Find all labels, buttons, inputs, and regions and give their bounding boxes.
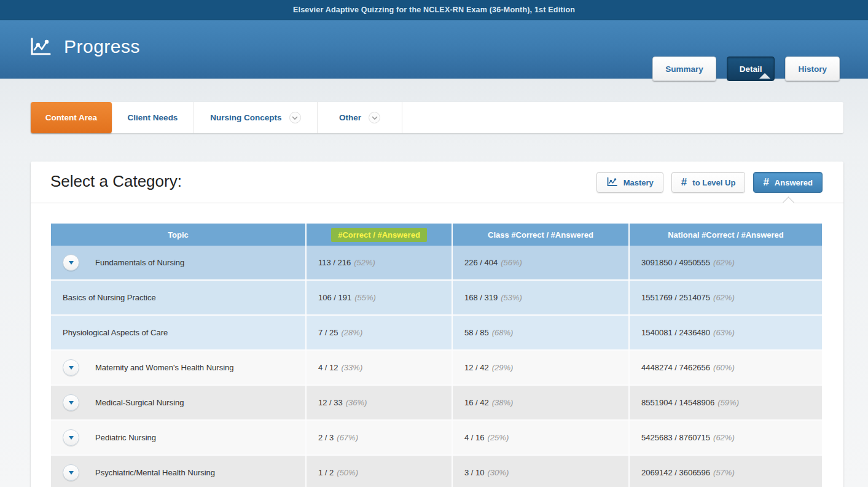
- chevron-down-icon: [289, 112, 301, 123]
- panel-divider: [31, 203, 843, 203]
- expand-row-button[interactable]: [63, 429, 79, 446]
- hash-icon: #: [763, 176, 768, 189]
- table-row: Maternity and Women's Health Nursing 4 /…: [51, 351, 822, 386]
- topic-label: Physiological Aspects of Care: [63, 328, 168, 337]
- tab-label: Content Area: [45, 113, 97, 122]
- topic-cell: Maternity and Women's Health Nursing: [51, 351, 307, 384]
- class-cell: 16 / 42(38%): [453, 386, 630, 419]
- category-tabs: Content Area Client Needs Nursing Concep…: [31, 102, 843, 133]
- table-row: Fundamentals of Nursing 113 / 216(52%) 2…: [51, 246, 822, 281]
- tab-label: Nursing Concepts: [210, 113, 281, 122]
- tab-content-area[interactable]: Content Area: [31, 102, 112, 133]
- caret-down-icon: [69, 471, 74, 475]
- class-cell: 12 / 42(29%): [453, 351, 630, 384]
- tab-nursing-concepts[interactable]: Nursing Concepts: [194, 102, 318, 133]
- header-nav: Summary Detail History: [652, 56, 840, 81]
- highlighted-column-badge: #Correct / #Answered: [331, 228, 427, 242]
- class-cell: 4 / 16(25%): [453, 421, 630, 454]
- table-row: Pediatric Nursing 2 / 3(67%) 4 / 16(25%)…: [51, 421, 822, 456]
- caret-down-icon: [69, 261, 74, 265]
- page-title-group: Progress: [29, 36, 140, 57]
- top-bar: Elsevier Adaptive Quizzing for the NCLEX…: [0, 0, 868, 20]
- caret-down-icon: [69, 401, 74, 405]
- answered-button[interactable]: # Answered: [753, 172, 823, 193]
- page-title: Progress: [64, 36, 140, 57]
- table-row: Physiological Aspects of Care 7 / 25(28%…: [51, 316, 822, 351]
- caret-down-icon: [69, 436, 74, 440]
- topic-label: Basics of Nursing Practice: [63, 293, 156, 302]
- topic-cell: Medical-Surgical Nursing: [51, 386, 307, 419]
- topic-label: Psychiatric/Mental Health Nursing: [95, 468, 215, 477]
- table-header-row: Topic #Correct / #Answered Class #Correc…: [51, 224, 822, 246]
- chevron-down-icon: [369, 112, 380, 123]
- class-cell: 58 / 85(68%): [453, 316, 630, 349]
- expand-row-button[interactable]: [63, 359, 79, 376]
- correct-cell: 113 / 216(52%): [307, 246, 453, 279]
- tab-label: Other: [339, 113, 361, 122]
- history-button[interactable]: History: [785, 56, 840, 81]
- national-cell: 1551769 / 2514075(62%): [630, 281, 822, 314]
- hash-icon: #: [681, 176, 687, 189]
- topic-label: Pediatric Nursing: [95, 433, 156, 442]
- national-cell: 2069142 / 3606596(57%): [630, 456, 822, 487]
- panel-title: Select a Category:: [50, 172, 182, 191]
- app-header: Progress Summary Detail History: [0, 20, 868, 79]
- correct-cell: 2 / 3(67%): [307, 421, 453, 454]
- topic-cell: Fundamentals of Nursing: [51, 246, 307, 279]
- correct-cell: 1 / 2(50%): [307, 456, 453, 487]
- table-row: Basics of Nursing Practice 106 / 191(55%…: [51, 281, 822, 316]
- topic-cell: Basics of Nursing Practice: [51, 281, 307, 314]
- progress-table: Topic #Correct / #Answered Class #Correc…: [51, 224, 822, 487]
- expand-row-button[interactable]: [63, 394, 79, 411]
- topic-cell: Physiological Aspects of Care: [51, 316, 307, 349]
- national-cell: 8551904 / 14548906(59%): [630, 386, 822, 419]
- national-cell: 3091850 / 4950555(62%): [630, 246, 822, 279]
- table-row: Medical-Surgical Nursing 12 / 33(36%) 16…: [51, 386, 822, 421]
- answered-label: Answered: [775, 178, 813, 187]
- class-cell: 3 / 10(30%): [453, 456, 630, 487]
- detail-active-caret-icon: [759, 73, 770, 79]
- caret-down-icon: [69, 366, 74, 370]
- category-panel: Select a Category: Mastery # to Level Up: [31, 162, 843, 487]
- national-cell: 5425683 / 8760715(62%): [630, 421, 822, 454]
- national-cell: 1540081 / 2436480(63%): [630, 316, 822, 349]
- topic-label: Medical-Surgical Nursing: [95, 398, 184, 407]
- class-cell: 168 / 319(53%): [453, 281, 630, 314]
- topic-label: Fundamentals of Nursing: [95, 258, 184, 267]
- topic-label: Maternity and Women's Health Nursing: [95, 363, 234, 372]
- category-panel-header: Select a Category: Mastery # to Level Up: [31, 162, 843, 203]
- column-header-national: National #Correct / #Answered: [630, 224, 822, 246]
- app-title: Elsevier Adaptive Quizzing for the NCLEX…: [293, 6, 575, 14]
- view-toggle-group: Mastery # to Level Up # Answered: [596, 172, 823, 193]
- tab-client-needs[interactable]: Client Needs: [112, 102, 194, 133]
- correct-cell: 106 / 191(55%): [307, 281, 453, 314]
- to-level-up-button[interactable]: # to Level Up: [671, 172, 746, 193]
- topic-cell: Psychiatric/Mental Health Nursing: [51, 456, 307, 487]
- topic-cell: Pediatric Nursing: [51, 421, 307, 454]
- column-header-correct-answered: #Correct / #Answered: [307, 224, 453, 246]
- column-header-class: Class #Correct / #Answered: [453, 224, 630, 246]
- mastery-button[interactable]: Mastery: [596, 172, 663, 193]
- column-header-topic: Topic: [51, 224, 307, 246]
- progress-chart-icon: [29, 37, 52, 56]
- correct-cell: 4 / 12(33%): [307, 351, 453, 384]
- expand-row-button[interactable]: [63, 464, 79, 481]
- chart-icon: [606, 177, 618, 189]
- correct-cell: 12 / 33(36%): [307, 386, 453, 419]
- table-row: Psychiatric/Mental Health Nursing 1 / 2(…: [51, 456, 822, 487]
- national-cell: 4448274 / 7462656(60%): [630, 351, 822, 384]
- collapse-row-button[interactable]: [63, 254, 79, 271]
- to-level-up-label: to Level Up: [692, 178, 735, 187]
- mastery-label: Mastery: [624, 178, 654, 187]
- summary-button[interactable]: Summary: [652, 56, 716, 81]
- tab-other[interactable]: Other: [318, 102, 402, 133]
- class-cell: 226 / 404(56%): [453, 246, 630, 279]
- correct-cell: 7 / 25(28%): [307, 316, 453, 349]
- tab-label: Client Needs: [128, 113, 178, 122]
